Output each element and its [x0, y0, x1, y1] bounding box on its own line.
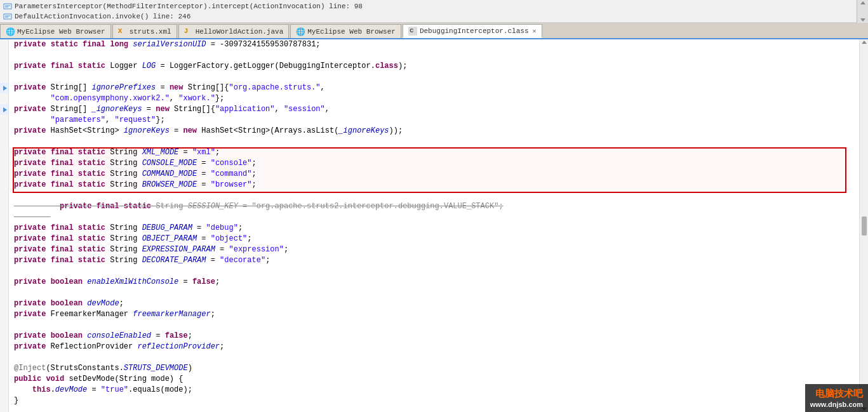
code-line-21: private final static String DECORATE_PAR…	[9, 255, 850, 266]
code-line-27	[9, 320, 850, 331]
gutter-row-26	[0, 309, 8, 320]
line-gutter	[0, 39, 9, 412]
gutter-row-3	[0, 61, 8, 72]
class-icon: c	[408, 27, 417, 36]
code-line-7: private String[] _ignoreKeys = new Strin…	[9, 104, 850, 115]
browser-icon-1: 🌐	[6, 27, 15, 36]
gutter-row-8	[0, 115, 8, 126]
gutter-row-29	[0, 342, 8, 352]
tab-label-mybrowser1: MyEclipse Web Browser	[17, 28, 105, 36]
tab-mybrowser1[interactable]: 🌐 MyEclipse Web Browser	[0, 24, 111, 38]
top-scrollbar[interactable]	[857, 0, 868, 23]
call-stack-text-2: DefaultActionInvocation.invoke() line: 2…	[15, 13, 190, 20]
stack-frame-icon-1	[3, 3, 12, 10]
code-line-14: private final static String BROWSER_MODE…	[9, 180, 850, 190]
gutter-row-11	[0, 147, 8, 158]
tab-bar: 🌐 MyEclipse Web Browser X struts.xml J H…	[0, 23, 868, 39]
gutter-row-27	[0, 320, 8, 331]
code-line-9: private HashSet<String> ignoreKeys = new…	[9, 126, 850, 136]
code-line-18: private final static String DEBUG_PARAM …	[9, 223, 850, 234]
scroll-down-arrow[interactable]	[860, 18, 865, 22]
svg-rect-0	[4, 4, 11, 9]
gutter-row-30	[0, 352, 8, 363]
gutter-row-12	[0, 158, 8, 169]
tab-label-mybrowser2: MyEclipse Web Browser	[307, 28, 396, 36]
code-line-22	[9, 266, 850, 277]
scroll-up-arrow[interactable]	[860, 1, 865, 4]
code-line-6: "com.opensymphony.xwork2.", "xwork."};	[9, 93, 850, 104]
code-line-19: private final static String OBJECT_PARAM…	[9, 234, 850, 244]
watermark: 电脑技术吧 www.dnjsb.com	[805, 384, 868, 412]
watermark-line2: www.dnjsb.com	[810, 400, 863, 409]
scrollbar-up-arrow[interactable]	[862, 41, 867, 44]
gutter-row-21	[0, 255, 8, 266]
gutter-row-23	[0, 277, 8, 288]
svg-rect-3	[4, 14, 11, 19]
gutter-row-24	[0, 288, 8, 298]
code-content: private static final long serialVersionU…	[9, 39, 859, 412]
tab-close-button[interactable]: ✕	[533, 27, 537, 35]
gutter-row-18	[0, 223, 8, 234]
gutter-row-7	[0, 104, 8, 115]
code-line-34: }	[9, 395, 850, 406]
tab-helloworldaction[interactable]: J HelloWorldAction.java	[178, 24, 290, 38]
gutter-row-25	[0, 298, 8, 309]
call-stack-line-2: DefaultActionInvocation.invoke() line: 2…	[3, 11, 865, 22]
code-line-24	[9, 288, 850, 298]
code-line-25: private boolean devMode;	[9, 298, 850, 309]
code-line-28: private boolean consoleEnabled = false;	[9, 331, 850, 342]
code-line-31: @Inject(StrutsConstants.STRUTS_DEVMODE)	[9, 363, 850, 374]
code-line-1: private static final long serialVersionU…	[9, 39, 850, 50]
gutter-row-14	[0, 180, 8, 190]
tab-label-debugginginterceptor: DebuggingInterceptor.class	[420, 27, 529, 35]
code-line-23: private boolean enableXmlWithConsole = f…	[9, 277, 850, 288]
gutter-row-13	[0, 169, 8, 180]
gutter-row-9	[0, 126, 8, 136]
code-line-10	[9, 136, 850, 147]
code-line-13: private final static String COMMAND_MODE…	[9, 169, 850, 180]
xml-icon: X	[118, 27, 127, 36]
gutter-row-17	[0, 212, 8, 223]
gutter-row-20	[0, 244, 8, 255]
gutter-row-6	[0, 93, 8, 104]
code-line-20: private final static String EXPRESSION_P…	[9, 244, 850, 255]
gutter-row-16	[0, 201, 8, 212]
code-line-30	[9, 352, 850, 363]
scrollbar-thumb[interactable]	[862, 216, 867, 236]
tab-debugginginterceptor[interactable]: c DebuggingInterceptor.class ✕	[403, 24, 542, 38]
code-line-11: private final static String XML_MODE = "…	[9, 147, 850, 158]
code-line-2	[9, 50, 850, 61]
watermark-line1: 电脑技术吧	[810, 387, 863, 400]
gutter-row-31	[0, 363, 8, 374]
gutter-row-19	[0, 234, 8, 244]
code-editor: private static final long serialVersionU…	[0, 39, 868, 412]
gutter-row-28	[0, 331, 8, 342]
tab-struts[interactable]: X struts.xml	[112, 24, 177, 38]
code-line-5: private String[] ignorePrefixes = new St…	[9, 83, 850, 93]
code-line-16: private final static String SESSION_KEY …	[9, 201, 850, 212]
gutter-row-33	[0, 385, 8, 395]
gutter-row-10	[0, 136, 8, 147]
tab-mybrowser2[interactable]: 🌐 MyEclipse Web Browser	[290, 24, 401, 38]
browser-icon-2: 🌐	[296, 27, 305, 36]
tab-label-struts: struts.xml	[130, 28, 171, 36]
code-line-3: private final static Logger LOG = Logger…	[9, 61, 850, 72]
right-scrollbar[interactable]	[859, 39, 868, 412]
code-line-29: private ReflectionProvider reflectionPro…	[9, 342, 850, 352]
gutter-row-1	[0, 39, 8, 50]
gutter-row-34	[0, 395, 8, 406]
call-stack-line-1: ParametersInterceptor(MethodFilterInterc…	[3, 1, 865, 11]
code-line-4	[9, 72, 850, 83]
gutter-row-22	[0, 266, 8, 277]
code-line-26: private FreemarkerManager freemarkerMana…	[9, 309, 850, 320]
call-stack-text-1: ParametersInterceptor(MethodFilterInterc…	[15, 3, 363, 10]
gutter-row-15	[0, 190, 8, 201]
gutter-row-5	[0, 83, 8, 93]
gutter-row-32	[0, 374, 8, 385]
call-stack-panel: ParametersInterceptor(MethodFilterInterc…	[0, 0, 868, 23]
java-icon: J	[184, 27, 193, 36]
code-line-12: private final static String CONSOLE_MODE…	[9, 158, 850, 169]
code-line-32: public void setDevMode(String mode) {	[9, 374, 850, 385]
stack-frame-icon-2	[3, 13, 12, 20]
gutter-row-4	[0, 72, 8, 83]
